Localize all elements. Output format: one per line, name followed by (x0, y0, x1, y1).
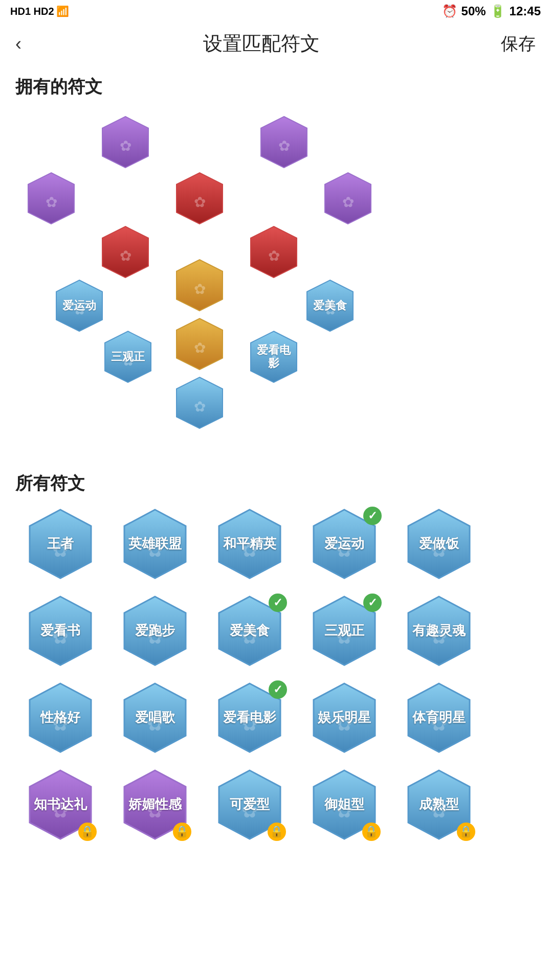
owned-badge-10[interactable]: ✿ 爱美食 (302, 278, 358, 334)
badge-hex-a8[interactable]: ✿ 爱美食 ✓ (211, 592, 288, 669)
badge-hex-a20[interactable]: ✿ 成熟型 🔒 (401, 766, 477, 843)
badge-item-a19[interactable]: ✿ 御姐型 🔒 (299, 766, 389, 843)
page-title: 设置匹配符文 (203, 31, 320, 57)
all-section-title: 所有符文 (0, 462, 551, 500)
badge-label-a12: 爱唱歌 (135, 709, 175, 726)
badge-hex-a6[interactable]: ✿ 爱看书 (22, 592, 99, 669)
owned-badge-3[interactable]: ✿ (23, 170, 79, 226)
svg-text:✿: ✿ (194, 340, 206, 356)
badge-item-a10[interactable]: ✿ 有趣灵魂 (394, 592, 483, 669)
svg-text:✿: ✿ (120, 138, 131, 154)
badge-label-a19: 御姐型 (324, 796, 364, 813)
signal-icon: 📶 (56, 5, 69, 17)
badge-label-a13: 爱看电影 (223, 709, 276, 726)
owned-badge-5[interactable]: ✿ (320, 170, 376, 226)
battery-text: 50% (461, 4, 486, 18)
badge-item-a13[interactable]: ✿ 爱看电影 ✓ (205, 679, 294, 756)
badge-hex-a16[interactable]: ✿ 知书达礼 🔒 (22, 766, 99, 843)
badge-label-a2: 英雄联盟 (128, 535, 182, 553)
badge-hex-a19[interactable]: ✿ 御姐型 🔒 (306, 766, 383, 843)
badge-hex-a11[interactable]: ✿ 性格好 (22, 679, 99, 756)
badge-hex-a13[interactable]: ✿ 爱看电影 ✓ (211, 679, 288, 756)
owned-badge-1[interactable]: ✿ (97, 114, 153, 170)
badge-hex-a18[interactable]: ✿ 可爱型 🔒 (211, 766, 288, 843)
check-icon-a13: ✓ (269, 680, 287, 699)
badge-item-a18[interactable]: ✿ 可爱型 🔒 (205, 766, 294, 843)
badge-item-a3[interactable]: ✿ 和平精英 (205, 506, 294, 582)
badge-item-a6[interactable]: ✿ 爱看书 (15, 592, 105, 669)
lock-icon-a20: 🔒 (457, 823, 475, 841)
badge-label-a7: 爱跑步 (135, 622, 175, 640)
owned-section-title: 拥有的符文 (0, 65, 551, 104)
lock-icon-a18: 🔒 (268, 823, 286, 841)
badge-label-a17: 娇媚性感 (128, 796, 182, 813)
badge-hex-a3[interactable]: ✿ 和平精英 (211, 506, 288, 582)
badge-hex-a10[interactable]: ✿ 有趣灵魂 (401, 592, 477, 669)
badge-hex-a2[interactable]: ✿ 英雄联盟 (117, 506, 193, 582)
lock-icon-a19: 🔒 (362, 823, 381, 841)
badge-hex-a15[interactable]: ✿ 体育明星 (401, 679, 477, 756)
badge-label-a9: 三观正 (324, 622, 364, 640)
badge-hex-a17[interactable]: ✿ 娇媚性感 🔒 (117, 766, 193, 843)
owned-badge-9[interactable]: ✿ (171, 257, 228, 313)
owned-badge-2[interactable]: ✿ (256, 114, 312, 170)
badge-label-a4: 爱运动 (324, 535, 364, 553)
badge-label-a5: 爱做饭 (419, 535, 459, 553)
owned-badge-6[interactable]: ✿ (97, 224, 153, 280)
badge-item-a5[interactable]: ✿ 爱做饭 (394, 506, 483, 582)
svg-text:✿: ✿ (120, 248, 131, 264)
all-badges-area: ✿ 王者 ✿ 英雄联盟 (0, 500, 551, 858)
owned-badge-12[interactable]: ✿ (171, 316, 228, 372)
status-bar: HD1 HD2 📶 ⏰ 50% 🔋 12:45 (0, 0, 551, 22)
badge-item-a7[interactable]: ✿ 爱跑步 (110, 592, 200, 669)
badge-item-a4[interactable]: ✿ 爱运动 ✓ (299, 506, 389, 582)
badge-label-a18: 可爱型 (230, 796, 270, 813)
badge-hex-a4[interactable]: ✿ 爱运动 ✓ (306, 506, 383, 582)
badge-label-a15: 体育明星 (412, 709, 466, 726)
badge-item-a8[interactable]: ✿ 爱美食 ✓ (205, 592, 294, 669)
check-icon-a8: ✓ (269, 594, 287, 612)
owned-badge-7[interactable]: ✿ (246, 224, 302, 280)
badge-label-a10: 有趣灵魂 (412, 622, 466, 640)
save-button[interactable]: 保存 (501, 32, 536, 56)
badge-label-a1: 王者 (47, 535, 74, 553)
badge-item-a14[interactable]: ✿ 娱乐明星 (299, 679, 389, 756)
badge-hex-a5[interactable]: ✿ 爱做饭 (401, 506, 477, 582)
badge-hex-a7[interactable]: ✿ 爱跑步 (117, 592, 193, 669)
svg-text:✿: ✿ (194, 194, 206, 210)
network-info: HD1 HD2 (10, 6, 54, 17)
owned-badge-13[interactable]: ✿ 爱看电影 (246, 329, 302, 385)
badge-item-a12[interactable]: ✿ 爱唱歌 (110, 679, 200, 756)
svg-text:✿: ✿ (278, 138, 290, 154)
back-button[interactable]: ‹ (15, 33, 21, 55)
badge-label-a3: 和平精英 (223, 535, 276, 553)
badge-hex-a14[interactable]: ✿ 娱乐明星 (306, 679, 383, 756)
badge-label-a8: 爱美食 (230, 622, 270, 640)
badge-label-a14: 娱乐明星 (318, 709, 371, 726)
badge-item-a11[interactable]: ✿ 性格好 (15, 679, 105, 756)
owned-badges-area: ✿ ✿ ✿ (0, 104, 551, 462)
badge-item-a17[interactable]: ✿ 娇媚性感 🔒 (110, 766, 200, 843)
owned-badge-14[interactable]: ✿ (171, 375, 228, 431)
badge-hex-a12[interactable]: ✿ 爱唱歌 (117, 679, 193, 756)
badge-item-a9[interactable]: ✿ 三观正 ✓ (299, 592, 389, 669)
badge-item-a20[interactable]: ✿ 成熟型 🔒 (394, 766, 483, 843)
owned-badge-4[interactable]: ✿ (171, 170, 228, 226)
badge-hex-a1[interactable]: ✿ 王者 (22, 506, 99, 582)
badges-grid: ✿ 王者 ✿ 英雄联盟 (15, 506, 536, 843)
header: ‹ 设置匹配符文 保存 (0, 22, 551, 65)
badge-item-a2[interactable]: ✿ 英雄联盟 (110, 506, 200, 582)
lock-icon-a17: 🔒 (173, 823, 191, 841)
badge-label-a6: 爱看书 (40, 622, 80, 640)
badge-item-a16[interactable]: ✿ 知书达礼 🔒 (15, 766, 105, 843)
badge-item-a15[interactable]: ✿ 体育明星 (394, 679, 483, 756)
badge-item-a1[interactable]: ✿ 王者 (15, 506, 105, 582)
battery-icon: 🔋 (490, 4, 505, 18)
owned-badge-8[interactable]: ✿ 爱运动 (51, 278, 107, 334)
owned-badge-11[interactable]: ✿ 三观正 (100, 329, 156, 385)
badge-hex-a9[interactable]: ✿ 三观正 ✓ (306, 592, 383, 669)
svg-text:✿: ✿ (268, 248, 280, 264)
status-right: ⏰ 50% 🔋 12:45 (442, 4, 541, 18)
lock-icon-a16: 🔒 (78, 823, 97, 841)
check-icon-a9: ✓ (363, 594, 382, 612)
